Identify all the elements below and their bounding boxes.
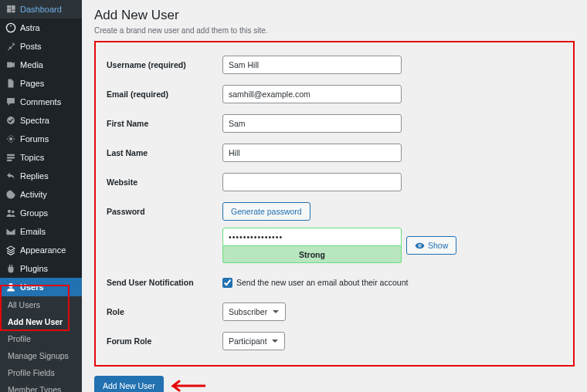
eye-icon: [415, 241, 425, 251]
show-password-button[interactable]: Show: [406, 236, 456, 255]
user-form: Username (required) Email (required) Fir…: [94, 41, 575, 367]
astra-icon: [5, 22, 16, 33]
label-last-name: Last Name: [107, 148, 222, 157]
sidebar-item-comments[interactable]: Comments: [0, 93, 82, 111]
sidebar-item-plugins[interactable]: Plugins: [0, 259, 82, 278]
submit-button[interactable]: Add New User: [94, 376, 164, 392]
sidebar-item-astra[interactable]: Astra: [0, 19, 82, 37]
label-role: Role: [107, 307, 222, 316]
input-email[interactable]: [222, 85, 402, 103]
sidebar-sub-member-types[interactable]: Member Types: [0, 381, 82, 392]
sidebar-item-dashboard[interactable]: Dashboard: [0, 0, 82, 19]
sidebar-sub-all-users[interactable]: All Users: [0, 296, 82, 313]
sidebar-item-pages[interactable]: Pages: [0, 74, 82, 93]
label-email: Email (required): [107, 90, 222, 99]
sidebar-item-spectra[interactable]: Spectra: [0, 111, 82, 130]
topic-icon: [5, 152, 16, 163]
input-username[interactable]: [222, 56, 402, 74]
input-website[interactable]: [222, 173, 402, 191]
sidebar-item-replies[interactable]: Replies: [0, 167, 82, 185]
label-website: Website: [107, 177, 222, 187]
main-content: Add New User Create a brand new user and…: [82, 0, 587, 392]
sidebar-item-forums[interactable]: Forums: [0, 130, 82, 148]
dash-icon: [5, 4, 16, 15]
sidebar-sub-profile-fields[interactable]: Profile Fields: [0, 364, 82, 381]
page-subtitle: Create a brand new user and add them to …: [94, 26, 575, 35]
reply-icon: [5, 171, 16, 181]
input-first-name[interactable]: [222, 114, 402, 133]
spectra-icon: [5, 115, 16, 126]
input-last-name[interactable]: [222, 144, 402, 162]
sidebar-item-emails[interactable]: Emails: [0, 222, 82, 241]
user-icon: [5, 282, 16, 292]
notify-checkbox-row[interactable]: Send the new user an email about their a…: [222, 278, 408, 288]
page-title: Add New User: [94, 8, 575, 23]
label-notify: Send User Notification: [107, 278, 222, 287]
sidebar-item-topics[interactable]: Topics: [0, 148, 82, 167]
sidebar-sub-profile[interactable]: Profile: [0, 330, 82, 347]
label-first-name: First Name: [107, 119, 222, 128]
svg-point-3: [8, 210, 11, 213]
generate-password-button[interactable]: Generate password: [222, 202, 310, 221]
sidebar-item-media[interactable]: Media: [0, 56, 82, 74]
plugin-icon: [5, 263, 16, 274]
label-username: Username (required): [107, 60, 222, 69]
select-role[interactable]: Subscriber: [222, 302, 286, 321]
page-icon: [5, 78, 16, 89]
pin-icon: [5, 41, 16, 52]
comment-icon: [5, 96, 16, 107]
sidebar-item-posts[interactable]: Posts: [0, 37, 82, 56]
forum-icon: [5, 133, 16, 144]
select-forum-role[interactable]: Participant: [222, 332, 285, 350]
admin-sidebar: DashboardAstraPostsMediaPagesCommentsSpe…: [0, 0, 82, 392]
sidebar-item-appearance[interactable]: Appearance: [0, 241, 82, 259]
sidebar-item-groups[interactable]: Groups: [0, 204, 82, 222]
svg-point-5: [8, 283, 13, 288]
label-forum-role: Forum Role: [107, 336, 222, 346]
notify-checkbox[interactable]: [222, 278, 232, 288]
activity-icon: [5, 189, 16, 200]
groups-icon: [5, 208, 16, 218]
svg-point-2: [9, 137, 12, 140]
svg-point-4: [12, 211, 14, 214]
appearance-icon: [5, 245, 16, 255]
label-password: Password: [107, 207, 222, 216]
arrow-annotation: [171, 379, 205, 392]
input-password[interactable]: [222, 228, 402, 246]
sidebar-sub-add-new-user[interactable]: Add New User: [0, 313, 82, 330]
password-strength: Strong: [222, 246, 402, 263]
media-icon: [5, 59, 16, 70]
sidebar-sub-manage-signups[interactable]: Manage Signups: [0, 347, 82, 364]
email-icon: [5, 226, 16, 237]
sidebar-item-users[interactable]: Users: [0, 278, 82, 296]
sidebar-item-activity[interactable]: Activity: [0, 185, 82, 204]
svg-point-1: [7, 117, 15, 124]
